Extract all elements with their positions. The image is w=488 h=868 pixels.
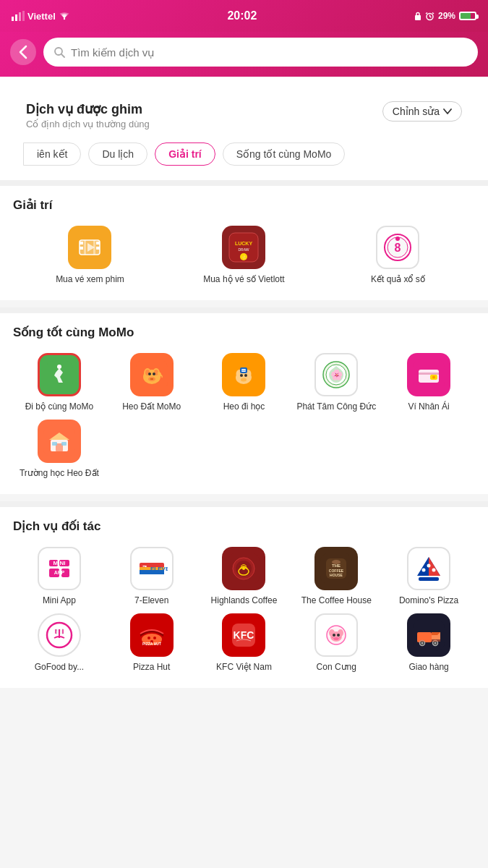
miniapp-label: Mini App [43, 595, 76, 607]
svg-point-44 [152, 378, 153, 380]
svg-text:🌸: 🌸 [330, 369, 343, 381]
svg-rect-67 [52, 442, 57, 446]
list-item[interactable]: KFC KFC Việt Nam [198, 613, 291, 673]
kfc-label: KFC Việt Nam [216, 662, 272, 673]
list-item[interactable]: Heo đi học [198, 353, 291, 413]
svg-rect-18 [96, 247, 100, 250]
tab-lienket[interactable]: iên kết [23, 142, 81, 166]
svg-line-9 [426, 12, 427, 14]
svg-rect-15 [80, 242, 83, 244]
phattam-label: Phát Tâm Công Đức [296, 401, 376, 413]
coffeehouse-label: The Coffee House [301, 595, 372, 607]
list-item[interactable]: THE COFFEE HOUSE The Coffee House [290, 547, 382, 607]
list-item[interactable]: Highlands Coffee [198, 547, 291, 607]
list-item[interactable]: Trường học Heo Đất [13, 420, 106, 480]
lucky-label: Mua hộ vé số Vietlott [203, 274, 285, 286]
back-button[interactable] [10, 39, 36, 65]
svg-rect-0 [12, 17, 14, 21]
back-arrow-icon [19, 45, 27, 59]
list-item[interactable]: Con Cưng [290, 613, 382, 673]
svg-rect-1 [15, 14, 17, 21]
tab-songtot[interactable]: Sống tốt cùng MoMo [223, 142, 346, 166]
list-item[interactable]: MINI APP Mini App [13, 547, 106, 607]
svg-rect-60 [419, 373, 439, 375]
svg-point-43 [150, 378, 152, 380]
svg-point-96 [422, 568, 426, 571]
delivery-label: Giao hàng [408, 662, 448, 673]
list-item[interactable]: LUCKY DRAW 🌟 Mua hộ vé số Vietlott [167, 226, 321, 286]
svg-text:APP: APP [54, 570, 65, 575]
svg-rect-5 [415, 15, 421, 20]
svg-rect-99 [419, 577, 439, 581]
svg-point-40 [148, 373, 151, 375]
list-item[interactable]: 🍽️ GoFood by... [13, 613, 106, 673]
chevron-down-icon [443, 109, 452, 114]
pinned-title-block: Dịch vụ được ghim Cố định dịch vụ thường… [26, 101, 150, 129]
svg-point-86 [242, 567, 245, 570]
status-time: 20:02 [227, 9, 257, 22]
highlands-label: Highlands Coffee [211, 595, 278, 607]
list-item[interactable]: Heo Đất MoMo [106, 353, 198, 413]
truongheo-icon [38, 420, 81, 463]
svg-point-98 [432, 568, 436, 571]
highlands-icon [222, 547, 265, 590]
svg-rect-17 [96, 242, 100, 244]
svg-text:DRAW: DRAW [239, 247, 249, 252]
svg-point-49 [240, 374, 243, 377]
svg-point-120 [333, 634, 335, 637]
songtot-grid: Đi bộ cùng MoMo [13, 353, 475, 480]
list-item[interactable]: PIZZA HUT Pizza Hut [106, 613, 198, 673]
list-item[interactable]: Ví Nhân Ái [382, 353, 475, 413]
svg-rect-2 [19, 12, 21, 21]
film-icon [68, 226, 111, 269]
divider-1 [0, 180, 488, 186]
carrier-label: Viettel [27, 11, 56, 22]
svg-rect-68 [61, 442, 67, 446]
search-input[interactable] [71, 46, 468, 59]
svg-text:ELEVEN: ELEVEN [150, 565, 168, 571]
edit-button[interactable]: Chỉnh sửa [382, 101, 462, 122]
signal-icon [12, 11, 25, 21]
list-item[interactable]: Mua vé xem phim [13, 226, 167, 286]
divider-3 [0, 501, 488, 507]
list-item[interactable]: 8 Kết quả xổ số [321, 226, 475, 286]
svg-text:PIZZA HUT: PIZZA HUT [142, 642, 161, 646]
alarm-icon [425, 12, 435, 21]
concung-icon [314, 613, 358, 657]
svg-point-4 [64, 18, 65, 20]
svg-point-129 [421, 642, 424, 644]
svg-point-92 [332, 560, 341, 564]
film-label: Mua vé xem phim [56, 274, 124, 286]
gofood-label: GoFood by... [35, 662, 84, 673]
list-item[interactable]: 7 ELEVEN 7-Eleven [106, 547, 198, 607]
songtot-title: Sống tốt cùng MoMo [13, 325, 475, 340]
svg-rect-16 [80, 247, 83, 250]
tab-giaitri[interactable]: Giải trí [155, 142, 215, 166]
list-item[interactable]: Domino's Pizza [382, 547, 475, 607]
wifi-icon [59, 11, 70, 21]
pizzahut-icon: PIZZA HUT [130, 613, 174, 657]
heodat-icon [130, 353, 174, 396]
search-input-wrap[interactable] [43, 38, 478, 67]
tab-bar: iên kết Du lịch Giải trí Sống tốt cùng M… [13, 138, 475, 173]
heoschool-label: Heo đi học [223, 401, 265, 413]
list-item[interactable]: Giao hàng [382, 613, 475, 673]
svg-text:LUCKY: LUCKY [235, 241, 252, 246]
pizzahut-label: Pizza Hut [133, 662, 170, 673]
concung-label: Con Cưng [317, 662, 356, 673]
tab-dulich[interactable]: Du lịch [88, 142, 147, 166]
status-right: 29% [414, 11, 476, 21]
phattam-icon: 🌸 [314, 353, 358, 396]
svg-text:MINI: MINI [53, 560, 65, 566]
7eleven-label: 7-Eleven [134, 595, 168, 607]
svg-point-41 [153, 373, 155, 375]
walk-icon [38, 353, 81, 396]
svg-line-8 [429, 17, 431, 17]
svg-line-12 [61, 54, 64, 57]
svg-point-31 [395, 237, 400, 241]
status-bar: Viettel 20:02 29% [0, 0, 488, 32]
list-item[interactable]: Đi bộ cùng MoMo [13, 353, 106, 413]
list-item[interactable]: 🌸 Phát Tâm Công Đức [290, 353, 382, 413]
lock-icon [414, 12, 421, 21]
svg-rect-131 [417, 639, 440, 642]
